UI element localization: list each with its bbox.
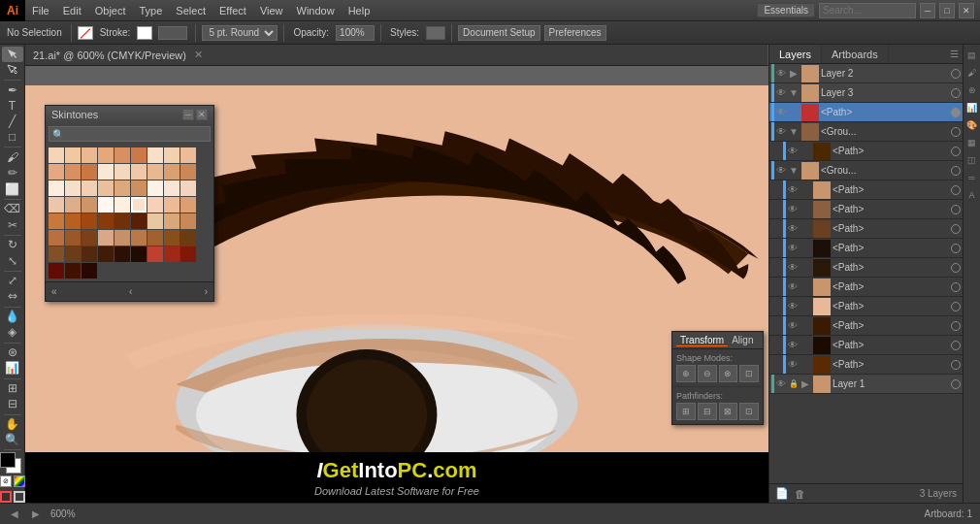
layer-target[interactable] bbox=[951, 321, 961, 331]
menu-view[interactable]: View bbox=[253, 0, 290, 20]
tab-layers[interactable]: Layers bbox=[769, 45, 822, 63]
skintones-minimize-btn[interactable]: ─ bbox=[182, 109, 194, 120]
skintone-swatch-38[interactable] bbox=[82, 213, 97, 229]
skintone-swatch-44[interactable] bbox=[180, 213, 196, 229]
none-fill-icon[interactable]: ⊘ bbox=[0, 475, 12, 487]
menu-help[interactable]: Help bbox=[342, 0, 377, 20]
eyedropper-tool[interactable]: 💧 bbox=[2, 309, 23, 324]
skintones-next-btn[interactable]: › bbox=[203, 286, 210, 297]
skintone-swatch-1[interactable] bbox=[65, 147, 81, 163]
layer-visibility-toggle[interactable]: 👁 bbox=[786, 300, 800, 313]
pf-crop[interactable]: ⊡ bbox=[739, 403, 759, 420]
opacity-input[interactable] bbox=[336, 25, 375, 41]
skintone-swatch-53[interactable] bbox=[180, 230, 196, 246]
skintones-prev-btn[interactable]: ‹ bbox=[127, 286, 134, 297]
align-tab[interactable]: Align bbox=[728, 335, 757, 345]
skintones-close-btn[interactable]: ✕ bbox=[196, 109, 208, 120]
column-graph-tool[interactable]: 📊 bbox=[2, 360, 23, 376]
skintone-swatch-20[interactable] bbox=[82, 180, 97, 196]
pf-divide[interactable]: ⊞ bbox=[676, 403, 696, 420]
layer-target[interactable] bbox=[951, 302, 961, 311]
stroke-icon[interactable] bbox=[14, 491, 25, 503]
skintone-swatch-52[interactable] bbox=[164, 230, 180, 246]
skintone-swatch-8[interactable] bbox=[180, 147, 196, 163]
skintone-swatch-42[interactable] bbox=[147, 213, 163, 229]
layer-target[interactable] bbox=[951, 244, 961, 253]
width-tool[interactable]: ⇔ bbox=[2, 288, 23, 304]
skintone-swatch-39[interactable] bbox=[98, 213, 114, 229]
skintone-swatch-46[interactable] bbox=[65, 230, 81, 246]
layer-row[interactable]: 👁 <Path> bbox=[769, 355, 963, 375]
skintone-swatch-59[interactable] bbox=[131, 246, 147, 262]
rp-menu-icon[interactable]: ☰ bbox=[950, 49, 959, 59]
layer-target[interactable] bbox=[951, 166, 961, 176]
layer-visibility-toggle[interactable]: 👁 bbox=[786, 261, 800, 275]
skintone-swatch-7[interactable] bbox=[164, 147, 180, 163]
tab-artboards[interactable]: Artboards bbox=[822, 45, 889, 63]
skintone-swatch-29[interactable] bbox=[82, 197, 97, 213]
skintone-swatch-50[interactable] bbox=[131, 230, 147, 246]
layer-expand-toggle[interactable]: ▼ bbox=[788, 87, 800, 99]
ri-transparency-icon[interactable]: ◫ bbox=[965, 153, 979, 167]
shape-mode-subtract[interactable]: ⊖ bbox=[698, 365, 717, 382]
foreground-color-swatch[interactable] bbox=[0, 452, 16, 468]
layer-target[interactable] bbox=[951, 379, 961, 389]
shape-mode-intersect[interactable]: ⊗ bbox=[719, 365, 738, 382]
layer-visibility-toggle[interactable]: 👁 bbox=[786, 339, 800, 352]
menu-file[interactable]: File bbox=[25, 0, 56, 20]
menu-type[interactable]: Type bbox=[133, 0, 170, 20]
scale-tool[interactable]: ⤡ bbox=[2, 252, 23, 268]
menu-window[interactable]: Window bbox=[290, 0, 342, 20]
layer-row[interactable]: 👁 <Path> bbox=[769, 239, 963, 258]
drawing-canvas[interactable]: Skintones ─ ✕ « ‹ bbox=[25, 85, 768, 503]
skintone-swatch-60[interactable] bbox=[147, 246, 163, 262]
skintone-swatch-41[interactable] bbox=[131, 213, 147, 229]
ri-color-icon[interactable]: 🎨 bbox=[965, 118, 979, 132]
shape-mode-add[interactable]: ⊕ bbox=[676, 365, 696, 382]
layer-target[interactable] bbox=[951, 282, 961, 292]
fill-swatch[interactable] bbox=[78, 26, 93, 40]
shape-tool[interactable]: □ bbox=[2, 129, 23, 145]
minimize-button[interactable]: ─ bbox=[920, 3, 935, 18]
direct-selection-tool[interactable] bbox=[2, 62, 23, 78]
skintone-swatch-16[interactable] bbox=[164, 164, 180, 180]
layer-row[interactable]: 👁 <Path> bbox=[769, 103, 963, 122]
eraser-tool[interactable]: ⌫ bbox=[2, 201, 23, 216]
layer-visibility-toggle[interactable]: 👁 bbox=[786, 242, 800, 255]
layer-visibility-toggle[interactable]: 👁 bbox=[786, 319, 800, 333]
search-input[interactable] bbox=[819, 3, 916, 18]
skintone-swatch-57[interactable] bbox=[98, 246, 114, 262]
transform-tab[interactable]: Transform bbox=[676, 335, 728, 346]
skintone-swatch-62[interactable] bbox=[180, 246, 196, 262]
layers-new-btn[interactable]: 📄 bbox=[775, 487, 789, 500]
skintone-swatch-30[interactable] bbox=[98, 197, 114, 213]
type-tool[interactable]: T bbox=[2, 98, 23, 114]
layer-target[interactable] bbox=[951, 88, 961, 98]
stroke-weight[interactable] bbox=[158, 26, 187, 40]
layer-row[interactable]: 👁 ▼ Layer 3 bbox=[769, 83, 963, 103]
layer-visibility-toggle[interactable]: 👁 bbox=[774, 377, 788, 391]
layer-visibility-toggle[interactable]: 👁 bbox=[774, 86, 788, 100]
color-mode-icon[interactable] bbox=[14, 475, 25, 487]
layer-row[interactable]: 👁 <Path> bbox=[769, 297, 963, 316]
menu-effect[interactable]: Effect bbox=[212, 0, 253, 20]
skintone-swatch-22[interactable] bbox=[114, 180, 130, 196]
slice-tool[interactable]: ⊟ bbox=[2, 396, 23, 411]
layer-row[interactable]: 👁 ▶ Layer 2 bbox=[769, 64, 963, 83]
skintone-swatch-26[interactable] bbox=[180, 180, 196, 196]
layer-visibility-toggle[interactable]: 👁 bbox=[774, 125, 788, 139]
selection-tool[interactable] bbox=[2, 47, 23, 62]
ri-type-icon[interactable]: A bbox=[965, 188, 979, 202]
stroke-swatch[interactable] bbox=[137, 26, 152, 40]
ri-graph-icon[interactable]: 📊 bbox=[965, 101, 979, 115]
layer-target[interactable] bbox=[951, 127, 961, 137]
skintones-first-btn[interactable]: « bbox=[49, 286, 59, 297]
skintone-swatch-18[interactable] bbox=[49, 180, 64, 196]
layer-row[interactable]: 👁 <Path> bbox=[769, 219, 963, 239]
skintone-swatch-12[interactable] bbox=[98, 164, 114, 180]
layer-target[interactable] bbox=[951, 69, 961, 79]
skintone-swatch-63[interactable] bbox=[49, 263, 64, 278]
skintone-swatch-55[interactable] bbox=[65, 246, 81, 262]
skintone-swatch-43[interactable] bbox=[164, 213, 180, 229]
skintone-swatch-6[interactable] bbox=[147, 147, 163, 163]
